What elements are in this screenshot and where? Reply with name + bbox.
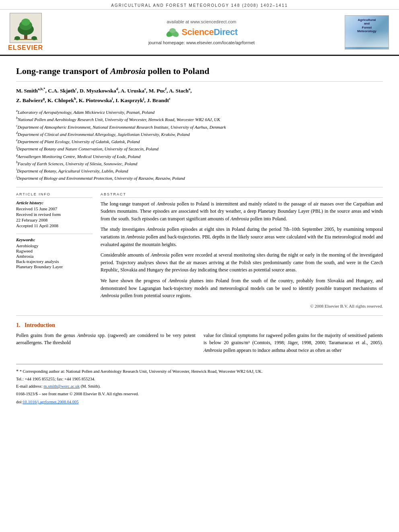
email-label: E-mail address: (16, 384, 43, 388)
keyword-1: Aerobiology (16, 243, 93, 248)
abstract-column: ABSTRACT The long-range transport of Amb… (101, 192, 383, 310)
email-suffix: (M. Smith). (81, 384, 101, 388)
sciencedirect-logo: ScienceDirect (165, 27, 237, 38)
abstract-heading: ABSTRACT (101, 192, 383, 198)
intro-title: 1. Introduction (16, 322, 383, 329)
elsevier-wordmark: ELSEVIER (8, 44, 43, 51)
intro-col-right: value for clinical symptoms for ragweed … (204, 332, 383, 357)
revised-date: 22 February 2008 (16, 218, 93, 222)
doi-line: doi:10.1016/j.agrformet.2008.04.005 (16, 399, 383, 405)
article-info-abstract-section: ARTICLE INFO Article history: Received 1… (16, 192, 383, 310)
keyword-5: Planetary Boundary Layer (16, 264, 93, 269)
available-text: available at www.sciencedirect.com (167, 19, 236, 24)
issn-line: 0168-1923/$ – see front matter © 2008 El… (16, 391, 383, 397)
affiliation-h: hFaculty of Earth Sciences, University o… (16, 160, 383, 167)
affiliation-b: bNational Pollen and Aerobiology Researc… (16, 116, 383, 123)
sd-leaves-icon (165, 27, 180, 38)
affiliation-f: fDepartment of Botany and Nature Conserv… (16, 145, 383, 152)
received-revised-label: Received in revised form (16, 212, 93, 217)
affiliation-d: dDepartment of Clinical and Environmenta… (16, 131, 383, 138)
keywords-label: Keywords: (16, 237, 93, 242)
cover-clouds-decoration (345, 31, 389, 47)
email-link[interactable]: m.smith@worc.ac.uk (43, 384, 80, 388)
affiliation-g: gAeroallergen Monitoring Centre, Medical… (16, 153, 383, 160)
intro-two-col: Pollen grains from the genus Ambrosia sp… (16, 332, 383, 357)
tree-svg (10, 13, 41, 43)
abstract-para-2: The study investigates Ambrosia pollen e… (101, 226, 383, 248)
email-footnote: E-mail address: m.smith@worc.ac.uk (M. S… (16, 383, 383, 390)
abstract-para-1: The long-range transport of Ambrosia pol… (101, 200, 383, 223)
sciencedirect-text: ScienceDirect (181, 27, 237, 37)
article-info-heading: ARTICLE INFO (16, 192, 93, 198)
keyword-4: Back-trajectory analysis (16, 259, 93, 264)
affiliations-list: aLaboratory of Aeropalynology, Adam Mick… (16, 109, 383, 187)
svg-point-6 (14, 36, 20, 40)
corresponding-author-text: * Corresponding author at: National Poll… (20, 369, 263, 374)
paper-content: Long-range transport of Ambrosia pollen … (0, 56, 399, 413)
introduction-section: 1. Introduction Pollen grains from the g… (16, 322, 383, 357)
article-title: Long-range transport of Ambrosia pollen … (16, 66, 383, 82)
doi-link[interactable]: 10.1016/j.agrformet.2008.04.005 (23, 400, 78, 404)
tel-footnote: Tel.: +44 1905 855255; fax: +44 1905 855… (16, 376, 383, 382)
abstract-body: The long-range transport of Ambrosia pol… (101, 200, 383, 310)
keyword-2: Ragweed (16, 249, 93, 253)
section-divider (16, 315, 383, 316)
intro-heading: Introduction (25, 322, 55, 328)
journal-homepage: journal homepage: www.elsevier.com/locat… (148, 40, 255, 45)
received-1: Received 15 June 2007 (16, 206, 93, 211)
elsevier-tree-image (10, 13, 42, 43)
affiliation-e: eDepartment of Plant Ecology, University… (16, 138, 383, 145)
abstract-para-4: We have shown the progress of Ambrosia p… (101, 277, 383, 300)
star-icon: * (16, 368, 19, 374)
elsevier-logo: ELSEVIER (8, 13, 43, 51)
journal-banner: ELSEVIER available at www.sciencedirect.… (0, 9, 399, 56)
svg-point-10 (169, 28, 176, 33)
affiliation-a: aLaboratory of Aeropalynology, Adam Mick… (16, 109, 383, 116)
abstract-para-3: Considerable amounts of Ambrosia pollen … (101, 251, 383, 274)
elsevier-logo-area: ELSEVIER (8, 13, 60, 51)
keywords-section: Keywords: Aerobiology Ragweed Ambrosia B… (16, 234, 93, 269)
sciencedirect-area: available at www.sciencedirect.com Scien… (64, 13, 339, 51)
affiliation-j: jDepartment of Biology and Environmental… (16, 175, 383, 182)
svg-point-7 (31, 36, 37, 40)
journal-name: AGRICULTURAL AND FOREST METEOROLOGY 148 … (111, 3, 288, 8)
corresponding-author-footnote: * * Corresponding author at: National Po… (16, 368, 383, 375)
intro-para-1-right: value for clinical symptoms for ragweed … (204, 332, 383, 354)
intro-para-1-left: Pollen grains from the genus Ambrosia sp… (16, 332, 195, 347)
tel-text: Tel.: +44 1905 855255; fax: +44 1905 855… (16, 377, 95, 381)
issn-text: 0168-1923/$ – see front matter © 2008 El… (16, 392, 139, 396)
svg-point-4 (21, 18, 30, 26)
intro-col-left: Pollen grains from the genus Ambrosia sp… (16, 332, 195, 357)
footnotes-section: * * Corresponding author at: National Po… (16, 364, 383, 405)
history-label: Article history: (16, 200, 93, 205)
authors-list: M. Smitha,b,*, C.A. Skjøthc, D. Myszkows… (16, 86, 383, 106)
intro-number: 1. (16, 322, 21, 328)
journal-header: AGRICULTURAL AND FOREST METEOROLOGY 148 … (0, 0, 399, 9)
journal-cover-area: Agricultural and Forest Meteorology (343, 13, 391, 51)
doi-label: doi: (16, 400, 23, 404)
journal-cover-image: Agricultural and Forest Meteorology (345, 15, 389, 49)
article-info-column: ARTICLE INFO Article history: Received 1… (16, 192, 93, 310)
copyright: © 2008 Elsevier B.V. All rights reserved… (101, 303, 383, 310)
affiliation-i: iDepartment of Botany, Agricultural Univ… (16, 167, 383, 175)
accepted-date: Accepted 11 April 2008 (16, 223, 93, 228)
keyword-3: Ambrosia (16, 254, 93, 259)
affiliation-c: cDepartment of Atmospheric Environment, … (16, 123, 383, 131)
